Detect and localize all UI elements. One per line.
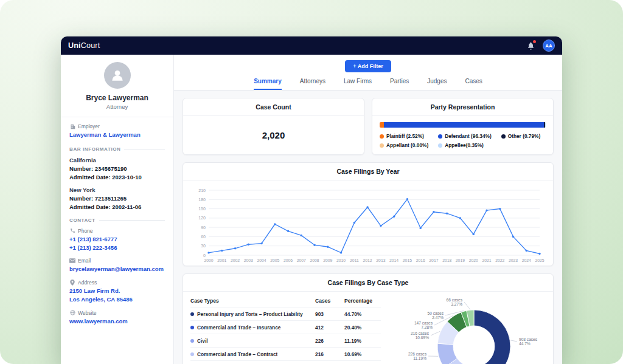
address-line-1[interactable]: 2150 Law Firm Rd. [69, 287, 165, 295]
svg-text:7.28%: 7.28% [421, 325, 433, 329]
phone-icon [69, 228, 75, 233]
location-pin-icon [69, 280, 75, 286]
svg-text:2.47%: 2.47% [432, 315, 444, 320]
employer-link[interactable]: Lawyerman & Lawyerman [69, 131, 165, 139]
case-type-dot [190, 352, 194, 356]
svg-text:2015: 2015 [403, 258, 412, 263]
donut-label: 50 cases [427, 311, 444, 315]
bar-admitted-date: Admitted Date: 2023-10-10 [69, 174, 165, 180]
tab-law-firms[interactable]: Law Firms [344, 78, 372, 90]
donut-label: 66 cases [446, 298, 462, 302]
svg-text:11.19%: 11.19% [413, 356, 426, 360]
party-bar-segment-plaintiff [380, 122, 384, 128]
case-count-card: Case Count 2,020 [183, 98, 364, 155]
svg-text:2005: 2005 [270, 258, 279, 263]
donut-label: 903 cases [519, 337, 538, 342]
case-type-row[interactable]: Personal Injury and Torts – Product Liab… [190, 307, 381, 321]
phone-number-2[interactable]: +1 (213) 222-3456 [69, 244, 165, 252]
svg-text:10.69%: 10.69% [415, 335, 429, 340]
bar-state: New York [69, 187, 165, 193]
building-icon [69, 124, 75, 129]
case-type-table-header: Case TypesCasesPercentage [190, 294, 381, 307]
svg-text:2018: 2018 [442, 258, 451, 263]
email-link[interactable]: brycelawyerman@lawyerman.com [69, 265, 165, 273]
employer-label: Employer [78, 123, 100, 129]
bar-number: Number: 7213511265 [69, 195, 165, 202]
filter-and-tabs-bar: + Add Filter Summary Attorneys Law Firms… [174, 55, 562, 91]
legend-dot [438, 134, 442, 139]
svg-text:2004: 2004 [257, 258, 266, 263]
bar-item-california: California Number: 2345675190 Admitted D… [69, 157, 165, 180]
profile-avatar [104, 62, 131, 89]
phone-number-1[interactable]: +1 (213) 821-6777 [69, 235, 165, 244]
svg-text:2017: 2017 [429, 258, 438, 263]
party-bar-segment-appellee [545, 122, 546, 128]
contact-website-block: Website www.lawyerman.com [69, 310, 165, 326]
website-link[interactable]: www.lawyerman.com [69, 317, 165, 326]
svg-text:44.7%: 44.7% [519, 342, 531, 346]
case-filings-by-year-chart: 0306090120150180210200020012002200320042… [192, 185, 545, 264]
svg-text:2008: 2008 [310, 258, 319, 263]
case-filings-by-case-type-title: Case Filings By Case Type [183, 274, 553, 292]
contact-email-block: Email brycelawyerman@lawyerman.com [69, 258, 165, 273]
case-type-dot [190, 339, 194, 343]
legend-label: Defendant (96.34%) [445, 133, 492, 139]
svg-text:30: 30 [201, 244, 206, 248]
app-header: UniCourt AA [61, 36, 562, 55]
notifications-bell-icon[interactable] [526, 41, 535, 50]
legend-dot [438, 143, 442, 148]
case-type-row[interactable]: Commercial and Trade – Contract21610.69% [190, 348, 381, 361]
tab-attorneys[interactable]: Attorneys [300, 78, 325, 90]
email-label: Email [78, 258, 91, 264]
svg-text:2007: 2007 [297, 258, 306, 263]
case-filings-by-year-card: Case Filings By Year 0306090120150180210… [183, 162, 554, 266]
svg-text:0: 0 [203, 253, 206, 258]
svg-text:150: 150 [198, 207, 206, 211]
contact-heading: CONTACT [69, 218, 165, 223]
tab-judges[interactable]: Judges [427, 78, 447, 90]
tab-cases[interactable]: Cases [465, 78, 482, 90]
tab-bar: Summary Attorneys Law Firms Parties Judg… [174, 78, 562, 90]
svg-text:210: 210 [198, 188, 206, 193]
case-type-row[interactable]: Commercial and Trade – Insurance41220.40… [190, 321, 381, 334]
svg-text:180: 180 [198, 197, 206, 202]
svg-text:2016: 2016 [416, 258, 425, 263]
svg-text:2020: 2020 [469, 258, 478, 263]
svg-text:2021: 2021 [482, 258, 491, 263]
svg-text:2022: 2022 [495, 258, 504, 263]
case-count-title: Case Count [183, 98, 364, 116]
address-line-2[interactable]: Los Angeles, CA 85486 [69, 295, 165, 304]
bar-information-heading: BAR INFORMATION [69, 146, 165, 152]
user-avatar[interactable]: AA [543, 39, 555, 52]
tab-parties[interactable]: Parties [390, 78, 409, 90]
bar-admitted-date: Admitted Date: 2002-11-06 [69, 204, 165, 210]
svg-text:2025: 2025 [535, 258, 544, 263]
case-type-row[interactable]: Civil22611.19% [190, 334, 381, 348]
case-count-value: 2,020 [183, 116, 364, 154]
legend-item: Defendant (96.34%) [438, 133, 492, 139]
party-bar-segment-defendant [384, 122, 544, 128]
party-representation-legend: Plaintiff (2.52%)Defendant (96.34%)Other… [380, 133, 546, 148]
attorney-role: Attorney [106, 103, 128, 110]
svg-text:60: 60 [201, 235, 206, 239]
svg-text:3.27%: 3.27% [451, 302, 462, 306]
svg-text:2003: 2003 [244, 258, 253, 263]
legend-label: Other (0.79%) [508, 133, 540, 139]
party-representation-title: Party Representation [372, 98, 553, 116]
tab-summary[interactable]: Summary [254, 78, 282, 90]
app-window: UniCourt AA Bryce Lawyerman Attorney [61, 36, 562, 364]
legend-item: Plaintiff (2.52%) [380, 133, 428, 139]
page-background: UniCourt AA Bryce Lawyerman Attorney [0, 0, 623, 364]
case-type-row[interactable]: Commercial and Trade – Small Claims1477.… [190, 361, 381, 364]
svg-text:2023: 2023 [509, 258, 518, 263]
globe-icon [69, 310, 75, 315]
svg-text:90: 90 [201, 225, 206, 230]
svg-text:2012: 2012 [363, 258, 372, 263]
donut-slice[interactable] [474, 310, 510, 364]
person-icon [110, 67, 125, 83]
svg-text:2006: 2006 [284, 258, 293, 263]
sidebar-divider [61, 117, 173, 117]
legend-label: Appellee(0.35%) [445, 142, 484, 148]
legend-dot [501, 134, 506, 139]
add-filter-button[interactable]: + Add Filter [345, 60, 391, 72]
